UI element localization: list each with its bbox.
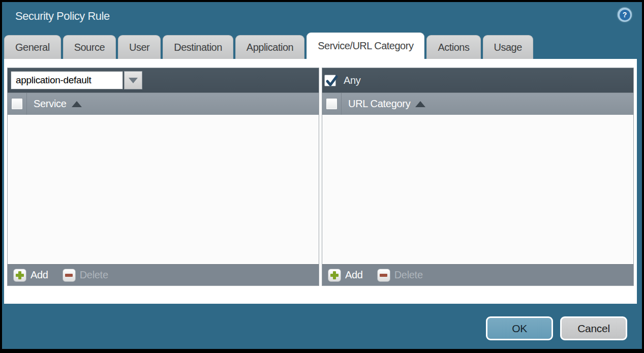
url-category-panel: Any URL Category Add [322,68,634,286]
any-checkbox-label: Any [344,75,361,86]
service-select-all-checkbox[interactable] [11,98,23,110]
tab-user[interactable]: User [118,35,161,59]
tab-destination[interactable]: Destination [163,35,233,59]
sort-ascending-icon[interactable] [415,101,425,107]
service-add-button[interactable]: Add [13,269,48,282]
url-category-panel-header: Any [322,68,633,92]
tab-usage[interactable]: Usage [483,35,533,59]
service-table-body[interactable] [8,115,319,264]
tab-content-service-url-category: application-default Service [4,59,637,304]
url-category-table-header: URL Category [322,92,633,115]
sort-ascending-icon[interactable] [72,101,82,107]
service-delete-button[interactable]: Delete [63,269,108,282]
url-category-delete-button[interactable]: Delete [377,269,423,282]
delete-minus-icon [377,269,390,282]
help-icon-glyph: ? [620,10,630,20]
any-checkbox[interactable] [324,75,336,86]
service-type-dropdown-value[interactable]: application-default [11,71,123,89]
service-table-header: Service [8,92,319,115]
service-select-all-cell [8,93,27,115]
url-category-select-all-cell [322,93,342,115]
screenshot-frame: Security Policy Rule ? General Source Us… [0,0,644,353]
url-category-select-all-checkbox[interactable] [326,98,338,110]
url-category-panel-footer: Add Delete [322,264,633,285]
service-panel: application-default Service [7,68,319,286]
add-plus-icon [328,269,341,282]
delete-minus-icon [63,269,76,282]
url-category-add-button[interactable]: Add [328,269,363,282]
checkmark-icon [325,75,339,88]
dialog-titlebar: Security Policy Rule ? [2,2,642,33]
service-panel-footer: Add Delete [8,264,319,285]
tab-general[interactable]: General [4,35,61,59]
url-category-column-label: URL Category [348,98,410,110]
service-column-label: Service [34,98,67,110]
service-panel-header: application-default [8,68,319,92]
add-plus-icon [13,269,26,282]
url-category-table-body[interactable] [322,115,633,264]
help-icon[interactable]: ? [618,8,632,22]
service-type-dropdown[interactable]: application-default [11,71,142,89]
tab-application[interactable]: Application [235,35,304,59]
cancel-button[interactable]: Cancel [560,316,627,340]
tab-source[interactable]: Source [63,35,116,59]
security-policy-rule-dialog: Security Policy Rule ? General Source Us… [2,2,642,349]
dialog-title: Security Policy Rule [15,10,110,23]
service-type-dropdown-button[interactable] [124,71,142,89]
ok-button[interactable]: OK [486,316,553,340]
tab-service-url-category[interactable]: Service/URL Category [306,33,424,59]
tab-actions[interactable]: Actions [426,35,480,59]
chevron-down-icon [129,78,138,83]
dialog-tabs: General Source User Destination Applicat… [4,33,533,59]
